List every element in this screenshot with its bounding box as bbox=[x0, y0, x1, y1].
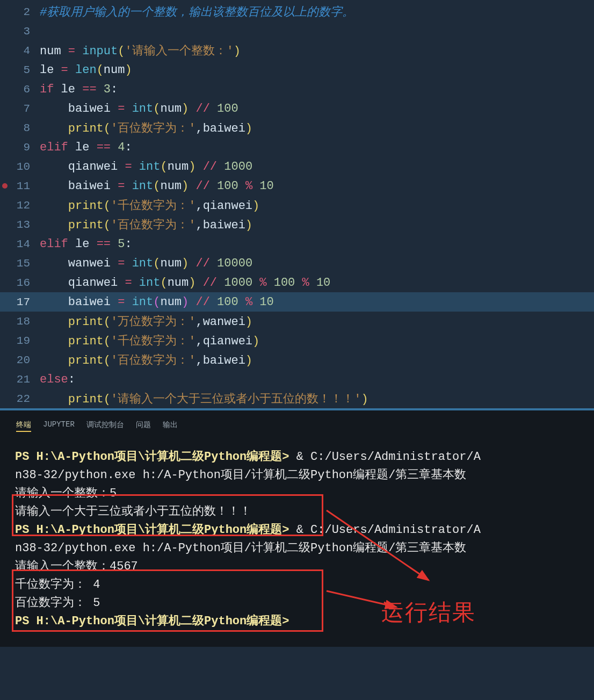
line-number: 19 bbox=[0, 335, 40, 347]
panel-tab-问题[interactable]: 问题 bbox=[136, 419, 151, 432]
code-content[interactable]: baiwei = int(num) // 100 bbox=[40, 102, 594, 116]
terminal-line: 千位数字为： 4 bbox=[15, 576, 579, 594]
terminal-line: 请输入一个整数：5 bbox=[15, 485, 579, 503]
panel-tabs[interactable]: 终端JUPYTER调试控制台问题输出 bbox=[0, 416, 594, 434]
code-line[interactable]: 16 qianwei = int(num) // 1000 % 100 % 10 bbox=[0, 273, 594, 292]
line-number: 22 bbox=[0, 393, 40, 405]
terminal-line: PS H:\A-Python项目\计算机二级Python编程题> & C:/Us… bbox=[15, 448, 579, 466]
code-line[interactable]: 6if le == 3: bbox=[0, 80, 594, 99]
code-content[interactable]: else: bbox=[40, 373, 594, 386]
breakpoint-icon[interactable] bbox=[2, 183, 8, 189]
code-content[interactable]: elif le == 5: bbox=[40, 237, 594, 251]
line-number: 6 bbox=[0, 83, 40, 96]
code-content[interactable]: elif le == 4: bbox=[40, 141, 594, 154]
line-number: 8 bbox=[0, 122, 40, 134]
line-number: 10 bbox=[0, 161, 40, 173]
code-content[interactable]: qianwei = int(num) // 1000 % 100 % 10 bbox=[40, 276, 594, 290]
line-number: 14 bbox=[0, 238, 40, 250]
code-content[interactable]: print('千位数字为：',qianwei) bbox=[40, 197, 594, 213]
code-line[interactable]: 4num = input('请输入一个整数：') bbox=[0, 41, 594, 60]
terminal-line: 请输入一个整数：4567 bbox=[15, 558, 579, 576]
panel-tab-终端[interactable]: 终端 bbox=[16, 419, 31, 432]
code-editor[interactable]: 2#获取用户输入的一个整数，输出该整数百位及以上的数字。34num = inpu… bbox=[0, 0, 594, 408]
code-line[interactable]: 5le = len(num) bbox=[0, 60, 594, 80]
code-content[interactable]: qianwei = int(num) // 1000 bbox=[40, 160, 594, 174]
code-content[interactable]: baiwei = int(num) // 100 % 10 bbox=[40, 295, 594, 309]
terminal-line: n38-32/python.exe h:/A-Python项目/计算机二级Pyt… bbox=[15, 466, 579, 485]
code-line[interactable]: 10 qianwei = int(num) // 1000 bbox=[0, 157, 594, 176]
panel-tab-调试控制台[interactable]: 调试控制台 bbox=[86, 419, 124, 432]
code-line[interactable]: 21else: bbox=[0, 370, 594, 389]
terminal-line: PS H:\A-Python项目\计算机二级Python编程题> & C:/Us… bbox=[15, 521, 579, 539]
line-number: 12 bbox=[0, 199, 40, 212]
line-number: 21 bbox=[0, 373, 40, 386]
code-content[interactable]: print('百位数字为：',baiwei) bbox=[40, 217, 594, 233]
terminal-line: PS H:\A-Python项目\计算机二级Python编程题> bbox=[15, 612, 579, 631]
code-content[interactable]: print('百位数字为：',baiwei) bbox=[40, 120, 594, 136]
terminal-line: 请输入一个大于三位或者小于五位的数！！！ bbox=[15, 503, 579, 521]
code-line[interactable]: 9elif le == 4: bbox=[0, 138, 594, 157]
code-line[interactable]: 11 baiwei = int(num) // 100 % 10 bbox=[0, 176, 594, 196]
panel-tab-输出[interactable]: 输出 bbox=[163, 419, 178, 432]
code-line[interactable]: 3 bbox=[0, 21, 594, 41]
line-number: 5 bbox=[0, 64, 40, 76]
terminal-line: 百位数字为： 5 bbox=[15, 594, 579, 612]
code-line[interactable]: 2#获取用户输入的一个整数，输出该整数百位及以上的数字。 bbox=[0, 2, 594, 21]
code-content[interactable]: print('百位数字为：',baiwei) bbox=[40, 352, 594, 368]
code-content[interactable]: #获取用户输入的一个整数，输出该整数百位及以上的数字。 bbox=[40, 4, 594, 20]
line-number: 16 bbox=[0, 277, 40, 289]
panel-tab-jupyter[interactable]: JUPYTER bbox=[43, 419, 75, 432]
code-content[interactable]: wanwei = int(num) // 10000 bbox=[40, 257, 594, 270]
line-number: 13 bbox=[0, 219, 40, 231]
line-number: 3 bbox=[0, 25, 40, 38]
annotation-label: 运行结果 bbox=[381, 597, 476, 627]
code-content[interactable]: if le == 3: bbox=[40, 83, 594, 96]
code-line[interactable]: 14elif le == 5: bbox=[0, 234, 594, 254]
code-line[interactable]: 22 print('请输入一个大于三位或者小于五位的数！！！') bbox=[0, 389, 594, 408]
line-number: 9 bbox=[0, 141, 40, 154]
code-line[interactable]: 13 print('百位数字为：',baiwei) bbox=[0, 215, 594, 234]
line-number: 17 bbox=[0, 296, 40, 308]
code-content[interactable]: baiwei = int(num) // 100 % 10 bbox=[40, 179, 594, 193]
line-number: 20 bbox=[0, 354, 40, 366]
code-line[interactable]: 8 print('百位数字为：',baiwei) bbox=[0, 118, 594, 138]
line-number: 2 bbox=[0, 6, 40, 18]
line-number: 18 bbox=[0, 315, 40, 328]
code-line[interactable]: 12 print('千位数字为：',qianwei) bbox=[0, 196, 594, 215]
code-content[interactable]: num = input('请输入一个整数：') bbox=[40, 42, 594, 59]
code-line[interactable]: 18 print('万位数字为：',wanwei) bbox=[0, 312, 594, 331]
code-content[interactable]: le = len(num) bbox=[40, 63, 594, 77]
bottom-panel: 终端JUPYTER调试控制台问题输出 PS H:\A-Python项目\计算机二… bbox=[0, 410, 594, 647]
code-line[interactable]: 17 baiwei = int(num) // 100 % 10 bbox=[0, 292, 594, 312]
line-number: 7 bbox=[0, 103, 40, 115]
code-content[interactable]: print('请输入一个大于三位或者小于五位的数！！！') bbox=[40, 391, 594, 407]
line-number: 4 bbox=[0, 45, 40, 57]
line-number: 15 bbox=[0, 257, 40, 270]
code-line[interactable]: 19 print('千位数字为：',qianwei) bbox=[0, 331, 594, 350]
code-content[interactable]: print('万位数字为：',wanwei) bbox=[40, 313, 594, 329]
terminal-output[interactable]: PS H:\A-Python项目\计算机二级Python编程题> & C:/Us… bbox=[0, 434, 594, 636]
code-line[interactable]: 7 baiwei = int(num) // 100 bbox=[0, 99, 594, 118]
terminal-line: n38-32/python.exe h:/A-Python项目/计算机二级Pyt… bbox=[15, 539, 579, 558]
code-line[interactable]: 15 wanwei = int(num) // 10000 bbox=[0, 254, 594, 273]
code-line[interactable]: 20 print('百位数字为：',baiwei) bbox=[0, 350, 594, 370]
code-content[interactable]: print('千位数字为：',qianwei) bbox=[40, 333, 594, 349]
